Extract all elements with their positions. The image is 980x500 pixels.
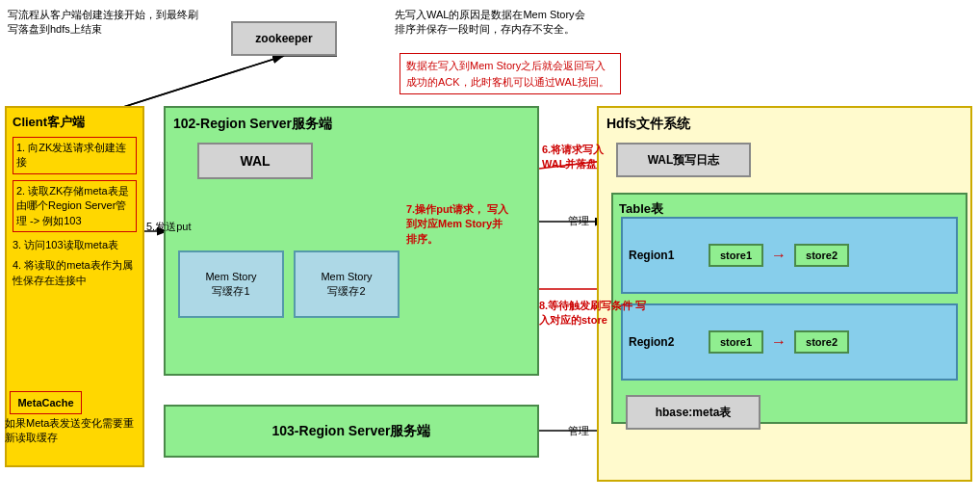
region2-store2: store2: [794, 330, 849, 354]
region2-label: Region2: [629, 335, 682, 349]
mem-story1-box: Mem Story 写缓存1: [178, 250, 284, 318]
client-step2: 2. 读取ZK存储meta表是由哪个Region Server管理 -> 例如1…: [13, 180, 137, 232]
metacache-label: MetaCache: [17, 397, 73, 408]
manage2-label: 管理: [568, 424, 589, 438]
mem-story2-line2: 写缓存2: [327, 284, 365, 299]
client-step4: 4. 将读取的meta表作为属性保存在连接中: [13, 258, 137, 288]
client-title: Client客户端: [13, 114, 137, 131]
metacache-box: MetaCache: [10, 391, 82, 414]
region1-label: Region1: [629, 249, 682, 262]
region102-title: 102-Region Server服务端: [173, 116, 529, 133]
write-wal-label: 6.将请求写入 WAL并落盘: [542, 143, 629, 172]
zookeeper-box: zookeeper: [231, 21, 337, 56]
client-step3: 3. 访问103读取meta表: [13, 238, 137, 252]
region103-panel: 103-Region Server服务端: [164, 405, 539, 458]
region2-panel: Region2 store1 → store2: [621, 303, 958, 381]
mem-story1-line2: 写缓存1: [212, 284, 249, 299]
wal-log-label: WAL预写日志: [648, 152, 720, 169]
zookeeper-label: zookeeper: [255, 32, 312, 45]
wal-label: WAL: [240, 153, 270, 169]
region2-store1: store1: [709, 330, 763, 354]
send-put-label: 5.发送put: [146, 220, 191, 234]
region2-arrow: →: [771, 333, 787, 351]
write-store-label: 8.等待触发刷写条件 写入对应的store: [539, 299, 655, 329]
hbase-meta-box: hbase:meta表: [626, 395, 761, 430]
wal-log-box: WAL预写日志: [616, 143, 751, 177]
mem-story2-line1: Mem Story: [321, 270, 372, 284]
hbase-meta-label: hbase:meta表: [656, 405, 732, 421]
mem-story1-line1: Mem Story: [205, 270, 256, 284]
region103-title: 103-Region Server服务端: [272, 423, 431, 440]
top-left-note: 写流程从客户端创建连接开始，到最终刷写落盘到hdfs上结束: [8, 8, 200, 38]
region1-store1: store1: [709, 244, 763, 267]
top-mid-note: 先写入WAL的原因是数据在Mem Story会排序并保存一段时间，存内存不安全。: [395, 8, 587, 38]
mem-story2-box: Mem Story 写缓存2: [294, 250, 400, 318]
hdfs-title: Hdfs文件系统: [606, 116, 963, 133]
top-right-note: 数据在写入到Mem Story之后就会返回写入成功的ACK，此时客机可以通过WA…: [400, 53, 621, 94]
write-mem-label: 7.操作put请求， 写入到对应Mem Story并排序。: [406, 202, 512, 247]
diagram-container: 写流程从客户端创建连接开始，到最终刷写落盘到hdfs上结束 先写入WAL的原因是…: [0, 0, 980, 500]
region1-store2: store2: [794, 244, 849, 267]
table-title: Table表: [619, 200, 960, 218]
wal-box: WAL: [197, 143, 313, 179]
region1-panel: Region1 store1 → store2: [621, 217, 958, 294]
manage1-label: 管理: [568, 214, 589, 228]
region1-arrow: →: [771, 247, 787, 264]
metacache-note: 如果Meta表发送变化需要重新读取缓存: [5, 416, 144, 446]
client-step1: 1. 向ZK发送请求创建连接: [13, 137, 137, 174]
